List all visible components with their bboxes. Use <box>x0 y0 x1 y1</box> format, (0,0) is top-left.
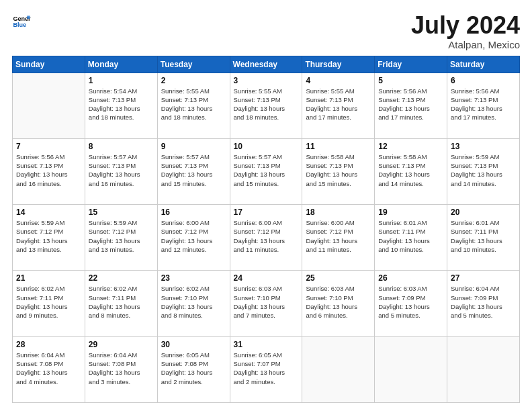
day-info: Sunrise: 5:57 AM Sunset: 7:13 PM Dayligh… <box>234 152 299 188</box>
day-info: Sunrise: 5:56 AM Sunset: 7:13 PM Dayligh… <box>16 152 81 188</box>
table-row <box>13 73 85 138</box>
svg-text:Blue: Blue <box>13 21 26 28</box>
header-wednesday: Wednesday <box>230 56 302 73</box>
calendar-location: Atalpan, Mexico <box>411 39 520 50</box>
table-row: 17Sunrise: 6:00 AM Sunset: 7:12 PM Dayli… <box>230 205 302 271</box>
table-row: 31Sunrise: 6:05 AM Sunset: 7:07 PM Dayli… <box>230 336 302 402</box>
calendar-week-5: 28Sunrise: 6:04 AM Sunset: 7:08 PM Dayli… <box>13 336 520 402</box>
logo-icon: General Blue <box>12 12 31 31</box>
day-number: 7 <box>16 142 81 151</box>
day-info: Sunrise: 6:01 AM Sunset: 7:11 PM Dayligh… <box>378 218 443 254</box>
table-row: 21Sunrise: 6:02 AM Sunset: 7:11 PM Dayli… <box>13 271 85 336</box>
day-info: Sunrise: 6:02 AM Sunset: 7:11 PM Dayligh… <box>16 284 81 320</box>
table-row: 20Sunrise: 6:01 AM Sunset: 7:11 PM Dayli… <box>447 205 520 271</box>
table-row: 18Sunrise: 6:00 AM Sunset: 7:12 PM Dayli… <box>302 205 375 271</box>
day-info: Sunrise: 6:03 AM Sunset: 7:10 PM Dayligh… <box>306 284 371 320</box>
day-number: 31 <box>234 340 299 349</box>
day-info: Sunrise: 5:58 AM Sunset: 7:13 PM Dayligh… <box>378 152 443 188</box>
day-info: Sunrise: 5:57 AM Sunset: 7:13 PM Dayligh… <box>89 152 154 188</box>
table-row: 3Sunrise: 5:55 AM Sunset: 7:13 PM Daylig… <box>230 73 302 138</box>
day-number: 3 <box>234 76 299 85</box>
day-info: Sunrise: 5:59 AM Sunset: 7:12 PM Dayligh… <box>16 218 81 254</box>
table-row: 24Sunrise: 6:03 AM Sunset: 7:10 PM Dayli… <box>230 271 302 336</box>
day-number: 12 <box>378 142 443 151</box>
table-row: 9Sunrise: 5:57 AM Sunset: 7:13 PM Daylig… <box>157 138 230 204</box>
day-info: Sunrise: 5:59 AM Sunset: 7:13 PM Dayligh… <box>451 152 516 188</box>
table-row: 7Sunrise: 5:56 AM Sunset: 7:13 PM Daylig… <box>13 138 85 204</box>
header-friday: Friday <box>375 56 447 73</box>
day-number: 29 <box>89 340 154 349</box>
day-info: Sunrise: 5:56 AM Sunset: 7:13 PM Dayligh… <box>378 87 443 122</box>
table-row: 2Sunrise: 5:55 AM Sunset: 7:13 PM Daylig… <box>157 73 230 138</box>
table-row: 8Sunrise: 5:57 AM Sunset: 7:13 PM Daylig… <box>85 138 157 204</box>
table-row: 6Sunrise: 5:56 AM Sunset: 7:13 PM Daylig… <box>447 73 520 138</box>
day-number: 23 <box>161 273 226 283</box>
day-info: Sunrise: 6:02 AM Sunset: 7:10 PM Dayligh… <box>161 284 226 320</box>
table-row: 22Sunrise: 6:02 AM Sunset: 7:11 PM Dayli… <box>85 271 157 336</box>
day-info: Sunrise: 5:59 AM Sunset: 7:12 PM Dayligh… <box>89 218 154 254</box>
table-row <box>302 336 375 402</box>
table-row: 25Sunrise: 6:03 AM Sunset: 7:10 PM Dayli… <box>302 271 375 336</box>
calendar-week-4: 21Sunrise: 6:02 AM Sunset: 7:11 PM Dayli… <box>13 271 520 336</box>
day-number: 20 <box>451 208 516 217</box>
day-info: Sunrise: 5:55 AM Sunset: 7:13 PM Dayligh… <box>306 87 371 122</box>
table-row: 4Sunrise: 5:55 AM Sunset: 7:13 PM Daylig… <box>302 73 375 138</box>
calendar-table: Sunday Monday Tuesday Wednesday Thursday… <box>12 56 520 403</box>
calendar-week-1: 1Sunrise: 5:54 AM Sunset: 7:13 PM Daylig… <box>13 73 520 138</box>
table-row <box>447 336 520 402</box>
day-info: Sunrise: 6:00 AM Sunset: 7:12 PM Dayligh… <box>161 218 226 254</box>
day-number: 9 <box>161 142 226 151</box>
day-number: 14 <box>16 208 81 217</box>
calendar-week-3: 14Sunrise: 5:59 AM Sunset: 7:12 PM Dayli… <box>13 205 520 271</box>
table-row: 29Sunrise: 6:04 AM Sunset: 7:08 PM Dayli… <box>85 336 157 402</box>
day-number: 30 <box>161 340 226 349</box>
day-number: 27 <box>451 273 516 283</box>
day-number: 1 <box>89 76 154 85</box>
day-info: Sunrise: 6:05 AM Sunset: 7:07 PM Dayligh… <box>234 351 299 386</box>
day-info: Sunrise: 5:56 AM Sunset: 7:13 PM Dayligh… <box>451 87 516 122</box>
table-row: 16Sunrise: 6:00 AM Sunset: 7:12 PM Dayli… <box>157 205 230 271</box>
day-info: Sunrise: 5:58 AM Sunset: 7:13 PM Dayligh… <box>306 152 371 188</box>
day-info: Sunrise: 5:54 AM Sunset: 7:13 PM Dayligh… <box>89 87 154 122</box>
table-row: 1Sunrise: 5:54 AM Sunset: 7:13 PM Daylig… <box>85 73 157 138</box>
day-number: 28 <box>16 340 81 349</box>
table-row: 27Sunrise: 6:04 AM Sunset: 7:09 PM Dayli… <box>447 271 520 336</box>
table-row: 5Sunrise: 5:56 AM Sunset: 7:13 PM Daylig… <box>375 73 447 138</box>
day-info: Sunrise: 5:57 AM Sunset: 7:13 PM Dayligh… <box>161 152 226 188</box>
header-thursday: Thursday <box>302 56 375 73</box>
day-info: Sunrise: 6:03 AM Sunset: 7:09 PM Dayligh… <box>378 284 443 320</box>
day-info: Sunrise: 6:02 AM Sunset: 7:11 PM Dayligh… <box>89 284 154 320</box>
day-number: 25 <box>306 273 371 283</box>
day-info: Sunrise: 6:04 AM Sunset: 7:08 PM Dayligh… <box>16 351 81 386</box>
day-info: Sunrise: 6:04 AM Sunset: 7:08 PM Dayligh… <box>89 351 154 386</box>
day-number: 26 <box>378 273 443 283</box>
day-info: Sunrise: 6:01 AM Sunset: 7:11 PM Dayligh… <box>451 218 516 254</box>
day-number: 18 <box>306 208 371 217</box>
weekday-header-row: Sunday Monday Tuesday Wednesday Thursday… <box>13 56 520 73</box>
table-row: 14Sunrise: 5:59 AM Sunset: 7:12 PM Dayli… <box>13 205 85 271</box>
day-number: 22 <box>89 273 154 283</box>
day-number: 15 <box>89 208 154 217</box>
day-number: 11 <box>306 142 371 151</box>
calendar-week-2: 7Sunrise: 5:56 AM Sunset: 7:13 PM Daylig… <box>13 138 520 204</box>
table-row: 23Sunrise: 6:02 AM Sunset: 7:10 PM Dayli… <box>157 271 230 336</box>
day-info: Sunrise: 6:04 AM Sunset: 7:09 PM Dayligh… <box>451 284 516 320</box>
table-row: 10Sunrise: 5:57 AM Sunset: 7:13 PM Dayli… <box>230 138 302 204</box>
header-tuesday: Tuesday <box>157 56 230 73</box>
table-row: 26Sunrise: 6:03 AM Sunset: 7:09 PM Dayli… <box>375 271 447 336</box>
day-number: 24 <box>234 273 299 283</box>
day-number: 5 <box>378 76 443 85</box>
header-monday: Monday <box>85 56 157 73</box>
header-sunday: Sunday <box>13 56 85 73</box>
day-info: Sunrise: 6:05 AM Sunset: 7:08 PM Dayligh… <box>161 351 226 386</box>
table-row <box>375 336 447 402</box>
day-number: 16 <box>161 208 226 217</box>
table-row: 15Sunrise: 5:59 AM Sunset: 7:12 PM Dayli… <box>85 205 157 271</box>
day-info: Sunrise: 6:00 AM Sunset: 7:12 PM Dayligh… <box>234 218 299 254</box>
day-number: 6 <box>451 76 516 85</box>
day-number: 10 <box>234 142 299 151</box>
day-number: 13 <box>451 142 516 151</box>
header-saturday: Saturday <box>447 56 520 73</box>
page-header: General Blue July 2024 Atalpan, Mexico <box>12 12 520 50</box>
table-row: 30Sunrise: 6:05 AM Sunset: 7:08 PM Dayli… <box>157 336 230 402</box>
